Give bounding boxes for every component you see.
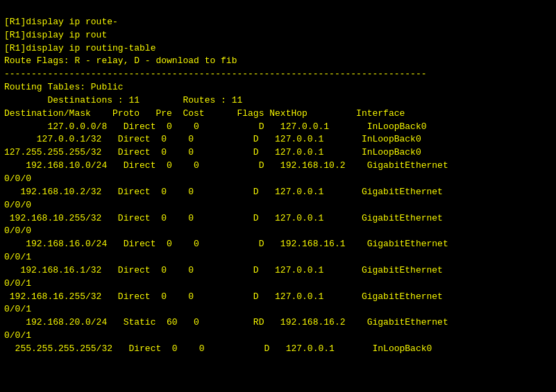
terminal-output: [R1]display ip route-[R1]display ip rout… — [4, 3, 552, 356]
terminal-line: 0/0/1 — [4, 330, 552, 343]
terminal-line: 0/0/1 — [4, 303, 552, 316]
terminal-line: 192.168.16.1/32 Direct 0 0 D 127.0.0.1 G… — [4, 264, 552, 278]
terminal-line: 127.0.0.1/32 Direct 0 0 D 127.0.0.1 InLo… — [4, 133, 552, 146]
terminal-line: 127.0.0.0/8 Direct 0 0 D 127.0.0.1 InLoo… — [4, 121, 552, 134]
terminal-line: 192.168.10.2/32 Direct 0 0 D 127.0.0.1 G… — [4, 186, 552, 199]
terminal-line: 0/0/0 — [4, 225, 552, 238]
terminal-line: 192.168.10.255/32 Direct 0 0 D 127.0.0.1… — [4, 212, 552, 225]
terminal-line: 255.255.255.255/32 Direct 0 0 D 127.0.0.… — [4, 343, 552, 356]
terminal-line: [R1]display ip route- — [4, 16, 552, 29]
terminal-line: [R1]display ip rout — [4, 29, 552, 42]
terminal-line: 192.168.10.0/24 Direct 0 0 D 192.168.10.… — [4, 160, 552, 173]
terminal-line: 0/0/1 — [4, 278, 552, 291]
terminal-line: 192.168.16.255/32 Direct 0 0 D 127.0.0.1… — [4, 291, 552, 304]
terminal-line: ----------------------------------------… — [4, 68, 552, 81]
terminal-line: 127.255.255.255/32 Direct 0 0 D 127.0.0.… — [4, 146, 552, 160]
terminal-line: Routing Tables: Public — [4, 81, 552, 94]
terminal-line: 192.168.20.0/24 Static 60 0 RD 192.168.1… — [4, 316, 552, 330]
terminal-line: 0/0/1 — [4, 251, 552, 264]
terminal-line: [R1]display ip routing-table — [4, 42, 552, 56]
terminal-line: 192.168.16.0/24 Direct 0 0 D 192.168.16.… — [4, 238, 552, 251]
terminal-line: 0/0/0 — [4, 173, 552, 186]
terminal-line: 0/0/0 — [4, 199, 552, 212]
terminal-line: Destination/Mask Proto Pre Cost Flags Ne… — [4, 108, 552, 121]
terminal-line: Destinations : 11 Routes : 11 — [4, 94, 552, 108]
terminal-line: Route Flags: R - relay, D - download to … — [4, 55, 552, 68]
